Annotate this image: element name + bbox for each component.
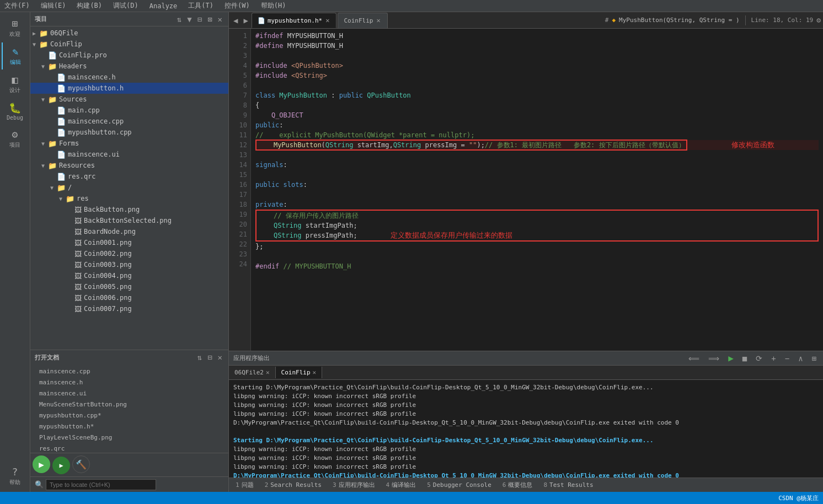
bottom-stop[interactable]: ■: [740, 353, 749, 364]
bottom-tab-coinflip[interactable]: CoinFlip ✕: [276, 367, 323, 378]
tree-item[interactable]: ▼📁Resources: [30, 160, 228, 171]
sidebar-design[interactable]: ◧ 设计: [2, 71, 28, 98]
menu-item-controls[interactable]: 控件(W): [222, 0, 252, 12]
open-doc-item[interactable]: mainscence.h: [30, 377, 228, 388]
menu-item-build[interactable]: 构建(B): [74, 0, 104, 12]
line-number: 20: [229, 219, 247, 229]
tree-item[interactable]: 📄res.qrc: [30, 171, 228, 182]
build-button[interactable]: 🔨: [72, 455, 90, 473]
sidebar-debug[interactable]: 🐛 Debug: [2, 99, 28, 124]
bottom-add[interactable]: +: [769, 353, 778, 364]
open-doc-item[interactable]: mainscence.cpp: [30, 366, 228, 377]
tree-item[interactable]: 📄CoinFlip.pro: [30, 50, 228, 61]
search-input[interactable]: [46, 479, 156, 490]
tree-item[interactable]: ▶📁06QFile: [30, 28, 228, 39]
open-docs-close[interactable]: ⊟: [206, 352, 213, 362]
task-tab-searchresults[interactable]: 2Search Results: [260, 480, 326, 490]
menu-item-analyze[interactable]: Analyze: [147, 1, 180, 11]
tree-item[interactable]: 📄main.cpp: [30, 105, 228, 116]
tree-item[interactable]: 🖼Coin0001.png: [30, 237, 228, 248]
run-button[interactable]: ▶: [33, 455, 50, 473]
task-tab-testresults[interactable]: 8Test Results: [539, 480, 597, 490]
tree-label: Coin0007.png: [84, 305, 132, 313]
open-doc-item[interactable]: PlayLevelSceneBg.png: [30, 432, 228, 443]
tree-item[interactable]: ▼📁Sources: [30, 94, 228, 105]
run-debug-button[interactable]: ▶: [52, 457, 70, 474]
tab-coinflip[interactable]: CoinFlip ✕: [338, 13, 387, 28]
bottom-up[interactable]: ∧: [796, 353, 805, 364]
sidebar-debug-label: Debug: [7, 115, 23, 121]
bottom-tab-06qfile2-close[interactable]: ✕: [266, 369, 270, 376]
tree-item[interactable]: ▼📁Forms: [30, 138, 228, 149]
bottom-run[interactable]: ▶: [726, 352, 736, 364]
tree-item[interactable]: 🖼Coin0002.png: [30, 248, 228, 259]
expand-panel-btn[interactable]: ⊠: [206, 14, 213, 24]
open-doc-item[interactable]: mypushbutton.cpp*: [30, 410, 228, 421]
task-tab-编译输出[interactable]: 4编译输出: [382, 480, 421, 490]
menu-item-debug[interactable]: 调试(D): [111, 0, 141, 12]
tree-label: main.cpp: [68, 106, 100, 114]
menu-item-help[interactable]: 帮助(H): [259, 0, 288, 12]
tree-item[interactable]: 🖼Coin0005.png: [30, 281, 228, 292]
tree-label: Forms: [59, 140, 79, 147]
bottom-reload[interactable]: ⟳: [753, 353, 765, 364]
open-docs-detach[interactable]: ✕: [216, 352, 224, 362]
menu-item-tools[interactable]: 工具(T): [186, 0, 216, 12]
open-docs-sync[interactable]: ⇅: [196, 352, 204, 362]
open-doc-item[interactable]: mypushbutton.h*: [30, 421, 228, 432]
menu-item-file[interactable]: 文件(F): [2, 0, 32, 12]
tree-item[interactable]: 🖼BackButton.png: [30, 204, 228, 215]
tree-item[interactable]: 🖼BoardNode.png: [30, 226, 228, 237]
tree-icon: 🖼: [74, 261, 82, 269]
tree-item[interactable]: 📄mainscence.cpp: [30, 116, 228, 127]
sidebar-project[interactable]: ⚙ 项目: [2, 125, 28, 152]
filter-btn[interactable]: ▼: [185, 14, 193, 24]
tab-close-mypushbutton[interactable]: ✕: [324, 16, 330, 25]
detach-btn[interactable]: ✕: [216, 14, 224, 24]
line-number: 14: [229, 160, 247, 170]
close-panel-btn[interactable]: ⊟: [196, 14, 204, 24]
tree-item[interactable]: 🖼BackButtonSelected.png: [30, 215, 228, 226]
open-doc-item[interactable]: res.qrc: [30, 443, 228, 453]
sync-btn[interactable]: ⇅: [175, 14, 183, 24]
bottom-tab-coinflip-close[interactable]: ✕: [313, 369, 317, 376]
open-docs-title: 打开文档: [35, 353, 59, 362]
bottom-minus[interactable]: −: [783, 353, 792, 364]
tab-close-coinflip[interactable]: ✕: [375, 16, 381, 25]
task-tab-应用程序输出[interactable]: 3应用程序输出: [328, 480, 380, 490]
tab-nav-back[interactable]: ◀: [231, 15, 240, 26]
bottom-tab-06qfile2[interactable]: 06QFile2 ✕: [229, 367, 276, 378]
code-wrapper[interactable]: #ifndef MYPUSHBUTTON_H#define MYPUSHBUTT…: [251, 29, 823, 351]
breadcrumb-hash: #: [605, 17, 609, 24]
tree-item[interactable]: ▼📁CoinFlip: [30, 39, 228, 50]
menu-item-edit[interactable]: 编辑(E): [39, 0, 68, 12]
task-tab-问题[interactable]: 1问题: [231, 480, 258, 490]
open-doc-item[interactable]: mainscence.ui: [30, 388, 228, 399]
task-tab-概要信息[interactable]: 6概要信息: [498, 480, 537, 490]
tree-item[interactable]: 🖼Coin0007.png: [30, 303, 228, 314]
tab-nav-forward[interactable]: ▶: [241, 15, 250, 26]
task-tab-debuggerconsole[interactable]: 5Debugger Console: [423, 480, 496, 490]
tree-icon: 📁: [39, 29, 48, 37]
tree-item[interactable]: ▼📁res: [30, 193, 228, 204]
tree-item[interactable]: 📄mainscence.h: [30, 72, 228, 83]
tree-item[interactable]: 📄mypushbutton.h: [30, 83, 228, 94]
tree-label: mypushbutton.cpp: [68, 128, 132, 136]
tree-item[interactable]: 🖼Coin0003.png: [30, 259, 228, 270]
open-doc-item[interactable]: MenuSceneStartButton.png: [30, 399, 228, 410]
tree-item[interactable]: 📄mainscence.ui: [30, 149, 228, 160]
tree-item[interactable]: ▼📁Headers: [30, 61, 228, 72]
tree-item[interactable]: ▼📁/: [30, 182, 228, 193]
tree-item[interactable]: 📄mypushbutton.cpp: [30, 127, 228, 138]
tab-mypushbutton[interactable]: 📄 mypushbutton.h* ✕: [252, 13, 337, 28]
sidebar-welcome[interactable]: ⊞ 欢迎: [2, 14, 28, 41]
line-number: 7: [229, 90, 247, 100]
editor-settings-btn[interactable]: ⚙: [816, 16, 821, 24]
bottom-expand[interactable]: ⊞: [810, 353, 819, 364]
sidebar-help[interactable]: ? 帮助: [2, 463, 28, 490]
tree-item[interactable]: 🖼Coin0004.png: [30, 270, 228, 281]
sidebar-edit[interactable]: ✎ 编辑: [2, 42, 28, 69]
bottom-nav-1[interactable]: ⟸: [686, 353, 702, 364]
bottom-nav-2[interactable]: ⟹: [706, 353, 722, 364]
tree-item[interactable]: 🖼Coin0006.png: [30, 292, 228, 303]
